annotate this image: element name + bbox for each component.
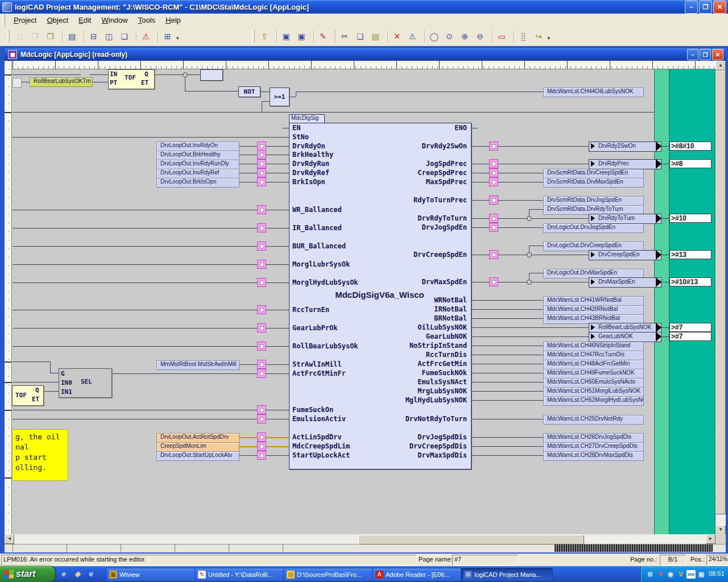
page-ref-box[interactable]: >#13 <box>669 250 712 259</box>
media-quick-launch-icon[interactable]: ◆ <box>72 569 82 579</box>
page-connector-label[interactable]: DrvCreepSpdEn <box>589 250 661 260</box>
connector-icon[interactable] <box>489 223 498 232</box>
connector-icon[interactable] <box>489 250 498 259</box>
signal-label[interactable]: MdcWarnLst.CH48ActFrcGetMin <box>543 360 644 369</box>
taskbar-task[interactable]: ✎Untitled - Y:\DataRolli... <box>195 568 287 581</box>
connector-icon[interactable] <box>257 442 266 451</box>
connector-icon[interactable] <box>489 277 498 286</box>
page-connector-label[interactable]: DrvRdyPrec <box>589 159 661 169</box>
connector-icon[interactable] <box>257 405 266 414</box>
tray-display-error-icon[interactable]: ✕ <box>656 570 665 579</box>
diagram-canvas[interactable]: INPTQETTOFNOT>=1GIN0IN1SELTOFQETMdcDigSi… <box>0 0 728 582</box>
sel-block[interactable]: GIN0IN1SEL <box>59 368 112 398</box>
signal-label[interactable]: MdcWarnLst.CH28DrvMaxSpdDis <box>543 451 644 461</box>
signal-label[interactable]: DrvScmRtData.DrvMaxSpdEn <box>543 178 644 188</box>
connector-icon[interactable] <box>257 223 266 232</box>
signal-label[interactable]: DrvScmRtData.DrvJogSpdEn <box>543 196 644 206</box>
tray-network-icon[interactable]: ⊞ <box>646 570 655 579</box>
taskbar-task[interactable]: ▦Wtview <box>106 568 198 581</box>
connector-icon[interactable] <box>489 168 498 177</box>
page-ref-box[interactable]: >#10#13 <box>669 277 712 286</box>
scroll-right-button[interactable]: ► <box>706 534 715 544</box>
signal-label[interactable]: MdcWarnLst.CH47RccTurnDis <box>543 351 644 360</box>
signal-label[interactable]: DrvLoopOut.ActRotSpdDrv <box>156 433 239 443</box>
connector-icon[interactable] <box>257 278 266 287</box>
connector-icon[interactable] <box>489 196 498 205</box>
signal-label[interactable]: MdcWarnLst.CH27DrvCreepSpdDis <box>543 442 644 452</box>
page-ref-box[interactable]: >#7 <box>669 332 712 341</box>
horizontal-scroll-thumb[interactable] <box>358 535 584 544</box>
page-connector-label[interactable]: DrvRdyToTurn <box>589 214 661 224</box>
connector-icon[interactable] <box>257 323 266 332</box>
signal-label[interactable]: MdcWarnLst.CH51MorglLubSysNOK <box>543 387 644 397</box>
connector-icon[interactable] <box>489 142 498 151</box>
signal-label[interactable]: DrvLogicOut.DrvJogSpdEn <box>543 223 644 233</box>
empty-label-box[interactable] <box>200 69 223 81</box>
connector-icon[interactable] <box>257 159 266 168</box>
tray-antivirus-icon[interactable]: V <box>676 570 685 579</box>
connector-icon[interactable] <box>257 414 266 423</box>
signal-label[interactable]: CreepSpdMonLim <box>156 442 239 452</box>
page-connector-label[interactable]: GearLubNOK <box>589 332 661 342</box>
ie-quick-launch-icon[interactable]: e <box>59 569 69 579</box>
tray-xml-icon[interactable]: xml <box>686 570 696 579</box>
page-ref-box[interactable]: >#8#10 <box>669 142 712 151</box>
page-ref-box[interactable]: >#10 <box>669 214 712 223</box>
comment-note[interactable]: g, the oilnalp startolling. <box>12 429 68 481</box>
signal-label[interactable]: RollBearLubSysOKTm <box>30 77 93 87</box>
signal-label[interactable]: MmMstRtBool.MstStrAwlInMill <box>156 360 239 370</box>
tray-display-icon[interactable]: ▣ <box>697 570 706 579</box>
connector-icon[interactable] <box>489 159 498 168</box>
tof-block-2[interactable]: TOFQET <box>12 385 44 406</box>
signal-label[interactable]: DrvLoopOut.BrkHealthy <box>156 151 239 160</box>
signal-label[interactable]: DrvLoopOut.InvRdyOn <box>156 142 239 151</box>
connector-icon[interactable] <box>257 177 266 186</box>
connector-icon[interactable] <box>257 433 266 442</box>
connector-icon[interactable] <box>489 214 498 223</box>
signal-label[interactable]: MdcWarnLst.CH41WRNotBal <box>543 296 644 306</box>
connector-icon[interactable] <box>257 342 266 351</box>
signal-label[interactable]: MdcWarnLst.CH50EmulsSysNActv <box>543 378 644 388</box>
page-ref-box[interactable]: >#8 <box>669 159 712 168</box>
signal-label[interactable]: DrvLoopOut.BrkIsOpn <box>156 178 239 188</box>
fb-tab[interactable]: MdcDigSig <box>289 114 325 123</box>
page-connector-label[interactable]: DrvRdy2SwOn <box>589 142 661 152</box>
connector-icon[interactable] <box>257 142 266 151</box>
taskbar-task[interactable]: ▤D:\SourceProBas\Fro... <box>283 568 375 581</box>
signal-label[interactable]: DrvLoopOut.InvRdyRef <box>156 169 239 178</box>
scroll-up-button[interactable]: ▲ <box>715 61 726 70</box>
signal-label[interactable]: MdcWarnLst.CH49FumeSuckNOK <box>543 369 644 379</box>
or-block[interactable]: >=1 <box>270 88 289 106</box>
start-button[interactable]: start <box>0 566 55 582</box>
connector-icon[interactable] <box>257 205 266 214</box>
connector-icon[interactable] <box>489 177 498 186</box>
connector-icon[interactable] <box>257 360 266 369</box>
vertical-scroll-thumb[interactable] <box>715 70 726 514</box>
signal-label[interactable]: DrvLoopOut.StartUpLockAtv <box>156 451 239 461</box>
signal-label[interactable]: MdcWarnLst.CH52MorglHydLubSysNOK <box>543 396 644 406</box>
signal-label[interactable]: DrvLoopOut.InvRdyRunDly <box>156 160 239 169</box>
connector-icon[interactable] <box>257 242 266 251</box>
page-connector-label[interactable]: DrvMaxSpdEn <box>589 277 661 288</box>
connector-icon[interactable] <box>257 369 266 378</box>
not-block[interactable]: NOT <box>238 86 260 97</box>
ie2-quick-launch-icon[interactable]: e <box>86 569 96 579</box>
connector-icon[interactable] <box>257 451 266 460</box>
taskbar-task[interactable]: AAdobe Reader - [E06... <box>372 568 464 581</box>
signal-label[interactable]: MdcWarnLst.CH46NStripInStand <box>543 342 644 351</box>
page-ref-box[interactable]: >#7 <box>669 323 712 332</box>
signal-label[interactable]: MdcWarnLst.CH44OilLubSysNOK <box>543 88 644 97</box>
tray-volume-icon[interactable]: ◉ <box>666 570 675 579</box>
scroll-left-button[interactable]: ◄ <box>5 534 14 544</box>
connector-icon[interactable] <box>257 150 266 159</box>
signal-label[interactable]: MdcWarnLst.CH25DrvNotRdy <box>543 415 644 425</box>
connector-icon[interactable] <box>257 305 266 314</box>
scroll-down-button[interactable]: ▼ <box>715 525 726 535</box>
tof-block[interactable]: INPTQETTOF <box>108 69 155 89</box>
taskbar-task[interactable]: ⊞logiCAD Project Mana... <box>461 568 553 581</box>
signal-label[interactable]: MdcWarnLst.CH42IRNotBal <box>543 305 644 315</box>
connector-icon[interactable] <box>257 168 266 177</box>
signal-label[interactable]: MdcWarnLst.CH26DrvJogSpdDis <box>543 433 644 443</box>
signal-label[interactable]: DrvScmRtData.DrvCreepSpdEn <box>543 169 644 178</box>
connector-icon[interactable] <box>257 260 266 269</box>
